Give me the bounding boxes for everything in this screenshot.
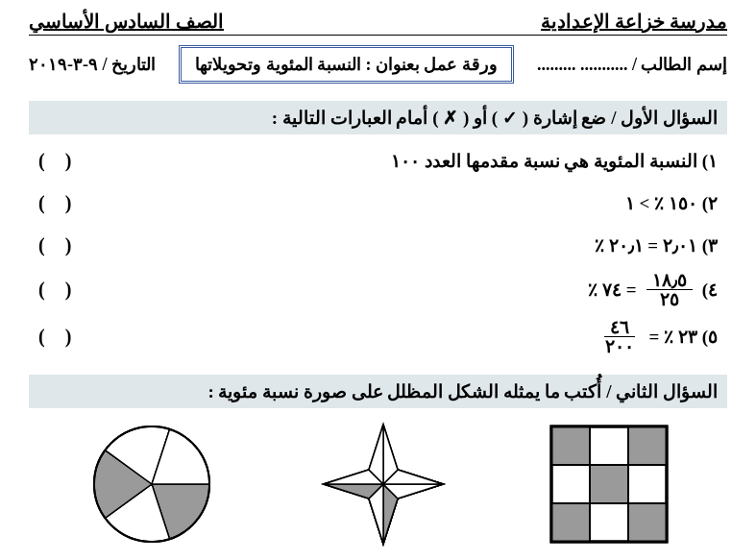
svg-rect-2 — [628, 426, 667, 465]
question-1-items: ١) النسبة المئوية هي نسبة مقدمها العدد ١… — [29, 144, 727, 375]
q1-item-1-text: ١) النسبة المئوية هي نسبة مقدمها العدد ١… — [391, 150, 718, 172]
header-bar: مدرسة خزاعة الإعدادية الصف السادس الأساس… — [29, 10, 727, 36]
shape-star-4pt — [311, 422, 455, 547]
q1-item-4-pre: ٤) — [702, 279, 718, 301]
school-name: مدرسة خزاعة الإعدادية — [541, 10, 727, 33]
answer-blank[interactable]: ( ) — [38, 326, 79, 348]
shape-grid-3x3 — [547, 422, 671, 547]
fraction-denominator: ٢٠٠ — [599, 337, 640, 355]
q1-item-5-text: ٥) ٢٣ ٪ = ٤٦ ٢٠٠ — [596, 318, 718, 355]
worksheet-title-box: ورقة عمل بعنوان : النسبة المئوية وتحويلا… — [179, 45, 514, 84]
q1-item-3-text: ٣) ٢٫٠١ = ٢٠٫١ ٪ — [595, 234, 718, 256]
q1-item-4-post: = ٧٤ ٪ — [588, 279, 636, 301]
answer-blank[interactable]: ( ) — [38, 192, 79, 214]
fraction-numerator: ٤٦ — [604, 318, 635, 337]
q1-item-5-pre: ٥) ٢٣ ٪ = — [649, 326, 718, 348]
grade-level: الصف السادس الأساسي — [29, 10, 224, 33]
fraction-numerator: ١٨٫٥ — [646, 271, 693, 290]
question-1-heading: السؤال الأول / ضع إشارة ( ✓ ) أو ( ✗ ) أ… — [29, 101, 727, 134]
shape-pie-5 — [85, 422, 219, 547]
svg-rect-4 — [551, 503, 590, 542]
svg-rect-5 — [628, 503, 667, 542]
svg-rect-3 — [590, 465, 628, 503]
q1-item-2: ٢) ١٥٠ ٪ > ١ ( ) — [38, 186, 718, 219]
info-row: إسم الطالب / ........... ......... ورقة … — [29, 45, 727, 84]
answer-blank[interactable]: ( ) — [38, 150, 79, 172]
q1-item-2-text: ٢) ١٥٠ ٪ > ١ — [625, 192, 718, 214]
question-2-heading: السؤال الثاني / أُكتب ما يمثله الشكل الم… — [29, 375, 727, 408]
shapes-row — [29, 422, 727, 547]
answer-blank[interactable]: ( ) — [38, 234, 79, 256]
q1-item-4: ٤) ١٨٫٥ ٢٥ = ٧٤ ٪ ( ) — [38, 271, 718, 308]
q1-item-5: ٥) ٢٣ ٪ = ٤٦ ٢٠٠ ( ) — [38, 318, 718, 355]
q1-item-1: ١) النسبة المئوية هي نسبة مقدمها العدد ١… — [38, 144, 718, 177]
date-field: التاريخ / ٩-٣-٢٠١٩ — [29, 54, 156, 75]
student-name-field: إسم الطالب / ........... ......... — [537, 54, 727, 75]
fraction: ١٨٫٥ ٢٥ — [646, 271, 693, 308]
fraction: ٤٦ ٢٠٠ — [599, 318, 640, 355]
q1-item-4-text: ٤) ١٨٫٥ ٢٥ = ٧٤ ٪ — [588, 271, 718, 308]
q1-item-3: ٣) ٢٫٠١ = ٢٠٫١ ٪ ( ) — [38, 229, 718, 261]
svg-rect-1 — [551, 426, 590, 465]
answer-blank[interactable]: ( ) — [38, 279, 79, 301]
fraction-denominator: ٢٥ — [654, 290, 685, 308]
